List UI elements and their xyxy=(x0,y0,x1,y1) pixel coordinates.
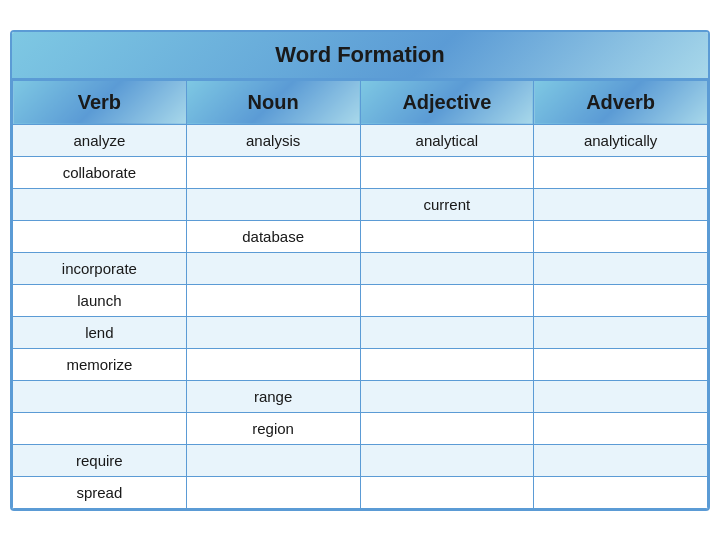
cell-adverb xyxy=(534,380,708,412)
word-formation-table: Word Formation Verb Noun Adjective Adver… xyxy=(10,30,710,511)
table-row: database xyxy=(13,220,708,252)
cell-noun: database xyxy=(186,220,360,252)
cell-adjective xyxy=(360,252,534,284)
cell-verb: lend xyxy=(13,316,187,348)
table-row: require xyxy=(13,444,708,476)
cell-verb: require xyxy=(13,444,187,476)
cell-adverb xyxy=(534,316,708,348)
col-header-adverb: Adverb xyxy=(534,80,708,124)
cell-adverb xyxy=(534,476,708,508)
cell-adjective xyxy=(360,156,534,188)
table-row: analyzeanalysisanalyticalanalytically xyxy=(13,124,708,156)
table-row: collaborate xyxy=(13,156,708,188)
cell-verb xyxy=(13,188,187,220)
table-row: memorize xyxy=(13,348,708,380)
cell-noun: range xyxy=(186,380,360,412)
table-row: launch xyxy=(13,284,708,316)
cell-verb: collaborate xyxy=(13,156,187,188)
cell-adverb xyxy=(534,284,708,316)
cell-adverb xyxy=(534,220,708,252)
cell-adjective xyxy=(360,348,534,380)
cell-noun xyxy=(186,348,360,380)
cell-adjective xyxy=(360,412,534,444)
table-row: incorporate xyxy=(13,252,708,284)
cell-adjective xyxy=(360,380,534,412)
col-header-noun: Noun xyxy=(186,80,360,124)
cell-adverb xyxy=(534,348,708,380)
cell-adjective xyxy=(360,476,534,508)
cell-adjective xyxy=(360,444,534,476)
cell-noun: analysis xyxy=(186,124,360,156)
cell-adverb: analytically xyxy=(534,124,708,156)
cell-adverb xyxy=(534,444,708,476)
cell-verb: analyze xyxy=(13,124,187,156)
cell-verb xyxy=(13,412,187,444)
table-row: lend xyxy=(13,316,708,348)
cell-verb xyxy=(13,220,187,252)
cell-verb xyxy=(13,380,187,412)
table-row: range xyxy=(13,380,708,412)
cell-noun xyxy=(186,476,360,508)
cell-noun xyxy=(186,444,360,476)
cell-adjective xyxy=(360,220,534,252)
cell-verb: spread xyxy=(13,476,187,508)
table-title: Word Formation xyxy=(12,32,708,80)
cell-noun xyxy=(186,284,360,316)
cell-verb: incorporate xyxy=(13,252,187,284)
table-row: current xyxy=(13,188,708,220)
cell-noun xyxy=(186,252,360,284)
col-header-verb: Verb xyxy=(13,80,187,124)
cell-noun xyxy=(186,316,360,348)
cell-verb: memorize xyxy=(13,348,187,380)
cell-noun: region xyxy=(186,412,360,444)
col-header-adjective: Adjective xyxy=(360,80,534,124)
table-row: spread xyxy=(13,476,708,508)
cell-adjective xyxy=(360,316,534,348)
cell-adjective xyxy=(360,284,534,316)
cell-adverb xyxy=(534,188,708,220)
cell-noun xyxy=(186,156,360,188)
cell-adjective: current xyxy=(360,188,534,220)
cell-adjective: analytical xyxy=(360,124,534,156)
header-row: Verb Noun Adjective Adverb xyxy=(13,80,708,124)
cell-adverb xyxy=(534,412,708,444)
table-row: region xyxy=(13,412,708,444)
cell-noun xyxy=(186,188,360,220)
cell-adverb xyxy=(534,156,708,188)
cell-verb: launch xyxy=(13,284,187,316)
cell-adverb xyxy=(534,252,708,284)
